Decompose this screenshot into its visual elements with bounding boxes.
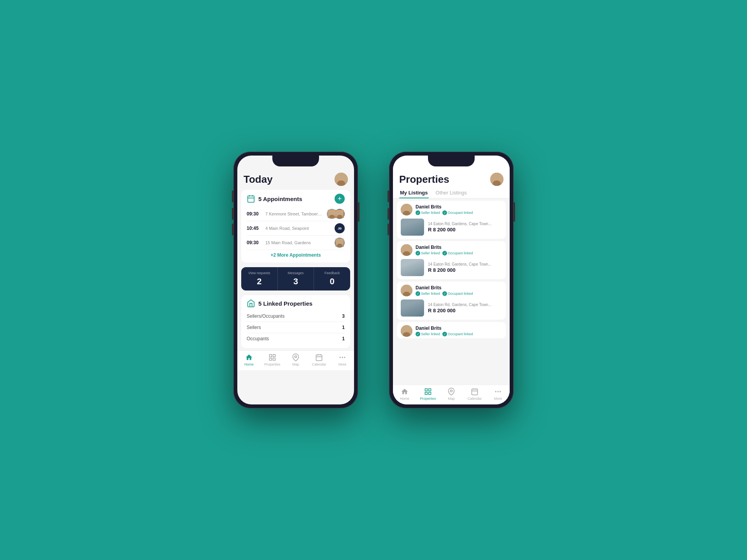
nav2-calendar[interactable]: Calendar — [463, 387, 486, 401]
badge-occupant-2: Occupant linked — [442, 291, 473, 296]
agent-info-2: Daniel Brits Seller linked Occupant link… — [416, 285, 502, 296]
appointments-title-row: 5 Appointments — [247, 194, 302, 203]
listing-agent-row-2: Daniel Brits Seller linked Occupant link… — [397, 282, 506, 298]
phone-2-content: Properties My Listings Other Listings Da… — [393, 156, 510, 404]
nav-map-label: Map — [292, 362, 299, 366]
home-icon — [247, 299, 255, 308]
avatar-2[interactable] — [490, 173, 503, 186]
nav-calendar[interactable]: Calendar — [307, 353, 331, 366]
appt-address-3: 15 Main Road, Gardens — [265, 240, 331, 245]
agent-info-0: Daniel Brits Seller linked Occupant link… — [416, 204, 502, 215]
nav2-map-label: Map — [448, 397, 455, 401]
agent-name-2: Daniel Brits — [416, 285, 502, 290]
listings-tabs: My Listings Other Listings — [393, 187, 510, 198]
calendar2-nav-icon — [470, 387, 479, 396]
listings-scroll[interactable]: Daniel Brits Seller linked Occupant link… — [393, 198, 510, 385]
prop-label-2: Occupants — [247, 336, 269, 341]
stat-feedback[interactable]: Feedback 0 — [314, 267, 350, 290]
listing-card-1[interactable]: Daniel Brits Seller linked Occupant link… — [397, 241, 506, 279]
appointment-row-1[interactable]: 09:30 7 Kenmore Street, Tamboerskloof... — [247, 207, 345, 221]
linked-properties-block: 5 Linked Properties Sellers/Occupants 3 … — [241, 295, 350, 348]
appointments-title: 5 Appointments — [258, 196, 302, 202]
nav2-properties[interactable]: Properties — [416, 387, 440, 401]
svg-rect-18 — [425, 392, 428, 395]
stat-label-2: Feedback — [317, 271, 347, 275]
nav2-home[interactable]: Home — [393, 387, 416, 401]
prop-row-1: Sellers 1 — [247, 322, 345, 333]
property-thumb-1 — [401, 259, 424, 276]
property-details-0: 14 Eaton Rd, Gardens, Cape Town... R 8 2… — [428, 222, 502, 233]
nav-map[interactable]: Map — [284, 353, 307, 366]
jb-badge: JB — [335, 223, 345, 233]
today-header: Today — [237, 170, 354, 187]
avatar[interactable] — [335, 173, 348, 186]
property-price-2: R 8 200 000 — [428, 308, 502, 313]
tab-my-listings[interactable]: My Listings — [399, 187, 429, 198]
nav-properties-label: Properties — [264, 362, 280, 366]
badge-occupant-1: Occupant linked — [442, 251, 473, 256]
listing-agent-row-0: Daniel Brits Seller linked Occupant link… — [397, 201, 506, 217]
prop-count-0: 3 — [342, 313, 345, 319]
properties2-nav-icon — [424, 387, 432, 396]
appt-time-2: 10:45 — [247, 226, 262, 231]
badges-0: Seller linked Occupant linked — [416, 210, 502, 215]
agent-name-0: Daniel Brits — [416, 204, 502, 210]
prop-count-2: 1 — [342, 336, 345, 341]
svg-rect-0 — [248, 196, 254, 203]
notch-2 — [428, 156, 475, 166]
stat-view-requests[interactable]: View requests 2 — [241, 267, 278, 290]
nav2-more[interactable]: More — [486, 387, 510, 401]
svg-point-14 — [342, 357, 343, 358]
svg-rect-16 — [425, 389, 428, 391]
add-appointment-button[interactable]: + — [335, 194, 345, 204]
linked-properties-header: 5 Linked Properties — [247, 299, 345, 308]
svg-rect-19 — [429, 392, 431, 395]
prop-count-1: 1 — [342, 325, 345, 330]
svg-point-15 — [344, 357, 345, 358]
property-details-2: 14 Eaton Rd, Gardens, Cape Town... R 8 2… — [428, 303, 502, 313]
appointments-block: 5 Appointments + 09:30 7 Kenmore Street,… — [241, 190, 350, 262]
tab-other-listings[interactable]: Other Listings — [435, 187, 468, 198]
nav2-map[interactable]: Map — [440, 387, 463, 401]
more-appointments-link[interactable]: +2 More Appointments — [247, 250, 345, 259]
agent-avatar-3 — [401, 325, 412, 337]
phone1-bottom-nav: Home Properties Map — [237, 350, 354, 370]
phone-2-screen: Properties My Listings Other Listings Da… — [393, 156, 510, 404]
nav-properties[interactable]: Properties — [261, 353, 284, 366]
property-thumb-2 — [401, 299, 424, 317]
stat-label-1: Messages — [281, 271, 311, 275]
property-address-1: 14 Eaton Rd, Gardens, Cape Town... — [428, 262, 502, 266]
listing-property-row-0: 14 Eaton Rd, Gardens, Cape Town... R 8 2… — [397, 217, 506, 239]
nav-home[interactable]: Home — [237, 353, 261, 366]
badge-seller-0: Seller linked — [416, 210, 440, 215]
phone-1-content: Today 5 Appointments + 09: — [237, 156, 354, 404]
nav2-home-label: Home — [400, 397, 409, 401]
listing-card-0[interactable]: Daniel Brits Seller linked Occupant link… — [397, 201, 506, 239]
prop-row-0: Sellers/Occupants 3 — [247, 311, 345, 322]
appointment-row-2[interactable]: 10:45 4 Main Road, Seapoint JB — [247, 221, 345, 236]
agent-avatar-2 — [401, 285, 412, 296]
calendar-nav-icon — [315, 353, 323, 362]
prop-label-1: Sellers — [247, 325, 261, 330]
stat-label-0: View requests — [244, 271, 274, 275]
more-nav-icon — [338, 353, 347, 362]
svg-point-20 — [451, 390, 452, 392]
listing-card-2[interactable]: Daniel Brits Seller linked Occupant link… — [397, 282, 506, 320]
listing-card-3[interactable]: Daniel Brits Seller linked Occupant link… — [397, 322, 506, 338]
stat-value-0: 2 — [244, 276, 274, 287]
property-price-1: R 8 200 000 — [428, 267, 502, 273]
agent-info-1: Daniel Brits Seller linked Occupant link… — [416, 245, 502, 256]
stat-value-1: 3 — [281, 276, 311, 287]
svg-rect-5 — [273, 355, 275, 357]
appt-address-2: 4 Main Road, Seapoint — [265, 226, 331, 231]
property-price-0: R 8 200 000 — [428, 227, 502, 233]
stat-messages[interactable]: Messages 3 — [278, 267, 314, 290]
linked-properties-title: 5 Linked Properties — [258, 300, 312, 307]
nav-more[interactable]: More — [331, 353, 354, 366]
appt-address-1: 7 Kenmore Street, Tamboerskloof... — [265, 212, 324, 216]
property-address-2: 14 Eaton Rd, Gardens, Cape Town... — [428, 303, 502, 307]
appt-time-1: 09:30 — [247, 211, 262, 217]
appointment-row-3[interactable]: 09:30 15 Main Road, Gardens — [247, 236, 345, 250]
svg-rect-21 — [472, 389, 478, 395]
svg-rect-9 — [316, 355, 322, 360]
